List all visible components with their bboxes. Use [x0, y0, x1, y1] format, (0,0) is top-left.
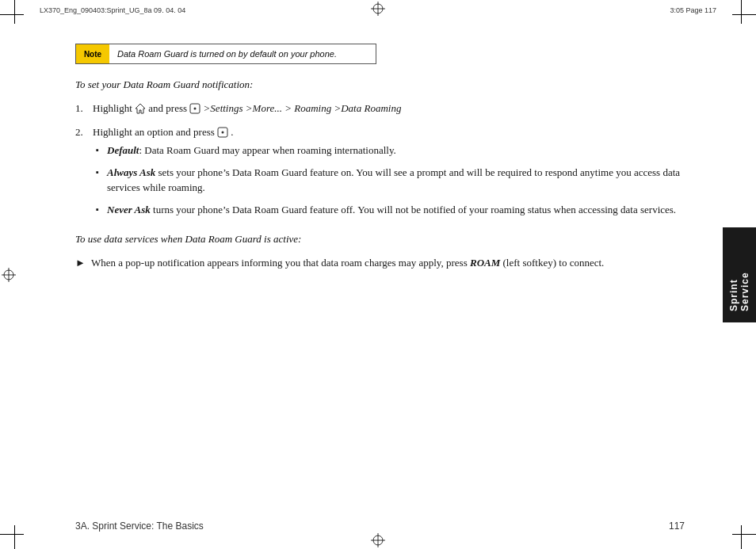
page-container: LX370_Eng_090403:Sprint_UG_8a 09. 04. 04…	[0, 0, 756, 549]
header-center: 3:05 Page 117	[670, 6, 716, 14]
svg-point-16	[222, 131, 224, 133]
sub-content-1: Default: Data Roam Guard may appear when…	[107, 143, 685, 158]
list-num-1: 1.	[75, 101, 93, 116]
step2-period: .	[231, 126, 233, 138]
footer: 3A. Sprint Service: The Basics 117	[75, 520, 685, 532]
list-content-2: Highlight an option and press . ▪	[93, 124, 685, 224]
note-label: Note	[76, 44, 109, 63]
arrow-section: ► When a pop-up notification appears inf…	[75, 255, 685, 271]
content-area: Note Data Roam Guard is turned on by def…	[75, 44, 685, 509]
step1-path: >Settings >More... > Roaming >Data Roami…	[204, 102, 402, 114]
sub-list: ▪ Default: Data Roam Guard may appear wh…	[93, 143, 685, 217]
arrow-text-pre: When a pop-up notification appears infor…	[91, 257, 468, 269]
sub-content-2: Always Ask sets your phone’s Data Roam G…	[107, 165, 685, 196]
bullet1-text: : Data Roam Guard may appear when roamin…	[139, 144, 395, 156]
crop-mark-tr-h	[732, 14, 756, 15]
side-tab: Sprint Service	[723, 227, 756, 322]
bullet1-term: Default	[107, 144, 139, 156]
crop-mark-bl-v	[14, 525, 15, 549]
sub-list-item-1: ▪ Default: Data Roam Guard may appear wh…	[93, 143, 685, 158]
footer-page-num: 117	[669, 520, 685, 532]
note-text: Data Roam Guard is turned on by default …	[109, 44, 345, 63]
step1-highlight: Highlight	[93, 102, 132, 114]
arrow-end: (left softkey) to connect.	[503, 257, 605, 269]
sub-list-item-3: ▪ Never Ask turns your phone’s Data Roam…	[93, 202, 685, 218]
footer-section-title: 3A. Sprint Service: The Basics	[75, 520, 204, 532]
menu-icon	[189, 103, 200, 114]
svg-point-14	[194, 108, 197, 110]
reg-mark-left	[2, 268, 16, 282]
section1-heading: To set your Data Roam Guard notification…	[75, 78, 685, 91]
sub-content-3: Never Ask turns your phone’s Data Roam G…	[107, 202, 685, 218]
side-tab-label: Sprint Service	[728, 238, 750, 311]
crop-mark-bl-h	[0, 534, 24, 535]
svg-marker-12	[136, 104, 145, 113]
bullet3-term: Never Ask	[107, 204, 151, 215]
note-box: Note Data Roam Guard is turned on by def…	[75, 44, 376, 64]
step1-and-press: and press	[148, 102, 189, 114]
list-item-1: 1. Highlight and press	[75, 101, 685, 116]
crop-mark-tr-v	[741, 0, 742, 24]
bullet-1-marker: ▪	[96, 143, 107, 158]
header-left: LX370_Eng_090403:Sprint_UG_8a 09. 04. 04	[40, 6, 185, 14]
list-content-1: Highlight and press	[93, 101, 685, 116]
home-icon	[135, 103, 146, 114]
bullet-3-marker: ▪	[96, 202, 107, 218]
list-item-2: 2. Highlight an option and press .	[75, 124, 685, 224]
bullet-2-marker: ▪	[96, 165, 107, 196]
header-bar: LX370_Eng_090403:Sprint_UG_8a 09. 04. 04…	[40, 6, 716, 14]
step2-text: Highlight an option and press	[93, 126, 215, 138]
sub-list-item-2: ▪ Always Ask sets your phone’s Data Roam…	[93, 165, 685, 196]
bullet2-term: Always Ask	[107, 166, 155, 178]
arrow-roam: ROAM	[470, 257, 500, 269]
arrow-content: When a pop-up notification appears infor…	[91, 255, 685, 271]
section2-heading: To use data services when Data Roam Guar…	[75, 233, 685, 246]
list-num-2: 2.	[75, 124, 93, 224]
numbered-list: 1. Highlight and press	[75, 101, 685, 223]
arrow-bullet-icon: ►	[75, 255, 91, 271]
menu-icon-2	[217, 127, 228, 138]
crop-mark-br-h	[732, 534, 756, 535]
bullet2-text: sets your phone’s Data Roam Guard featur…	[107, 166, 680, 194]
crop-mark-tl-h	[0, 14, 24, 15]
reg-mark-bottom	[371, 533, 385, 547]
bullet3-text: turns your phone’s Data Roam Guard featu…	[151, 204, 676, 215]
crop-mark-br-v	[741, 525, 742, 549]
crop-mark-tl-v	[14, 0, 15, 24]
